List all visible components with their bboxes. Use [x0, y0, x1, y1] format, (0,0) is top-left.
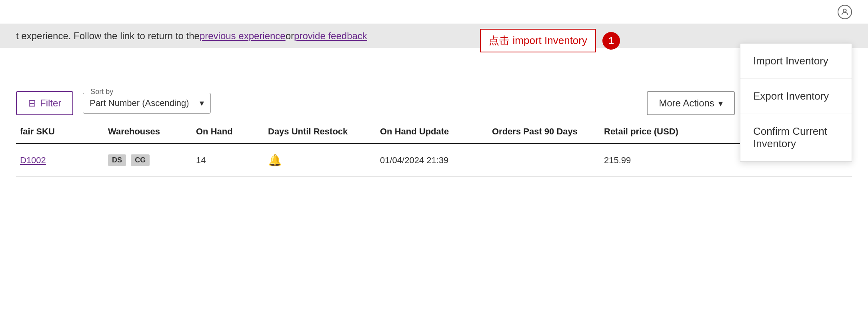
col-header-retail-price: Retail price (USD)	[600, 126, 712, 137]
sort-value: Part Number (Ascending)	[90, 98, 189, 108]
col-header-warehouses: Warehouses	[104, 126, 192, 137]
cell-on-hand-update: 01/04/2024 21:39	[376, 155, 488, 166]
provide-feedback-link[interactable]: provide feedback	[294, 30, 367, 42]
col-header-orders-past-90: Orders Past 90 Days	[488, 126, 600, 137]
more-actions-label: More Actions	[659, 98, 714, 109]
col-header-on-hand: On Hand	[192, 126, 264, 137]
bell-icon: 🔔	[268, 154, 282, 166]
export-inventory-item[interactable]: Export Inventory	[740, 79, 852, 114]
toolbar: ⊟ Filter Sort by Part Number (Ascending)…	[0, 80, 868, 126]
table-row: D1002 DS CG 14 🔔 01/04/2024 21:39 215.99	[16, 144, 852, 177]
annotation-badge: 1	[602, 32, 620, 50]
notice-bar: t experience. Follow the link to return …	[0, 24, 868, 48]
previous-experience-link[interactable]: previous experience	[200, 30, 286, 42]
notice-text: t experience. Follow the link to return …	[16, 30, 200, 42]
col-header-on-hand-update: On Hand Update	[376, 126, 488, 137]
import-inventory-item[interactable]: Import Inventory	[740, 44, 852, 79]
annotation-container: 点击 import Inventory 1	[480, 29, 620, 52]
col-header-days-until-restock: Days Until Restock	[264, 126, 376, 137]
top-bar	[0, 0, 868, 24]
filter-label: Filter	[40, 98, 61, 109]
warehouse-badge-cg: CG	[131, 154, 150, 166]
warehouse-badge-ds: DS	[108, 154, 126, 166]
cell-sku[interactable]: D1002	[16, 155, 104, 166]
svg-point-0	[843, 9, 846, 12]
sort-by-group: Sort by Part Number (Ascending)	[83, 93, 211, 114]
filter-button[interactable]: ⊟ Filter	[16, 91, 73, 115]
cell-warehouses: DS CG	[104, 154, 192, 166]
cell-days-until-restock: 🔔	[264, 154, 376, 167]
cell-on-hand: 14	[192, 155, 264, 166]
more-actions-chevron-down-icon	[718, 98, 723, 109]
table-header: fair SKU Warehouses On Hand Days Until R…	[16, 126, 852, 144]
col-header-sku: fair SKU	[16, 126, 104, 137]
more-actions-button[interactable]: More Actions	[647, 91, 735, 115]
confirm-current-inventory-item[interactable]: Confirm Current Inventory	[740, 114, 852, 161]
sort-select[interactable]: Part Number (Ascending)	[90, 98, 204, 108]
user-icon[interactable]	[838, 5, 852, 19]
filter-icon: ⊟	[28, 98, 36, 109]
annotation-label: 点击 import Inventory	[480, 29, 596, 52]
notice-separator: or	[286, 30, 294, 42]
dropdown-menu: Import Inventory Export Inventory Confir…	[740, 43, 852, 162]
sort-by-label: Sort by	[88, 88, 116, 96]
sort-chevron-down-icon	[200, 98, 204, 108]
table-container: fair SKU Warehouses On Hand Days Until R…	[0, 126, 868, 177]
cell-retail-price: 215.99	[600, 155, 712, 166]
